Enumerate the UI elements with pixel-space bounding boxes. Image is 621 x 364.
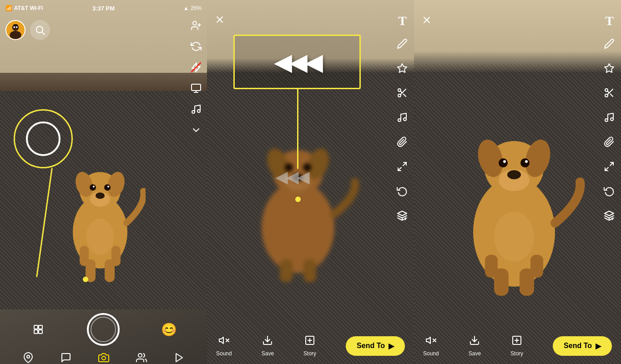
svg-marker-40 xyxy=(176,354,182,362)
view-add-layer-tool[interactable] xyxy=(602,208,616,223)
svg-marker-67 xyxy=(219,337,223,344)
svg-point-81 xyxy=(507,170,521,179)
crop-tool[interactable] xyxy=(395,159,409,174)
svg-point-39 xyxy=(138,354,142,357)
story-button[interactable]: Story xyxy=(303,335,316,357)
svg-line-7 xyxy=(42,32,45,35)
view-sound-icon xyxy=(425,335,436,349)
status-bar: 📶 AT&T Wi-Fi 3:37 PM ▲ 26% xyxy=(0,0,207,16)
svg-rect-51 xyxy=(280,259,293,282)
rewind-anchor-dot xyxy=(295,197,301,202)
view-pencil-tool[interactable] xyxy=(602,36,616,51)
save-icon xyxy=(262,335,273,349)
add-layer-tool[interactable] xyxy=(395,208,409,223)
svg-rect-31 xyxy=(111,246,121,266)
view-scissors-tool[interactable] xyxy=(602,86,616,100)
view-save-icon xyxy=(469,335,480,349)
nav-map[interactable] xyxy=(23,352,34,363)
view-send-to-label: Send To xyxy=(564,342,592,350)
svg-rect-36 xyxy=(39,330,42,334)
sound-button[interactable]: Sound xyxy=(216,335,232,357)
battery-area: ▲ 26% xyxy=(183,5,202,11)
svg-rect-13 xyxy=(192,84,201,91)
svg-line-58 xyxy=(400,91,402,93)
filter-button[interactable] xyxy=(191,83,202,94)
more-button[interactable] xyxy=(191,125,202,136)
flash-button[interactable] xyxy=(191,62,202,73)
svg-point-27 xyxy=(107,186,109,187)
view-text-button[interactable]: T xyxy=(605,14,614,28)
svg-point-90 xyxy=(494,212,534,262)
rewind-arrows: ◀◀◀ xyxy=(274,48,320,76)
svg-point-3 xyxy=(13,26,15,28)
edit-close-button[interactable] xyxy=(214,14,225,28)
shutter-button[interactable] xyxy=(87,313,120,346)
view-link-tool[interactable] xyxy=(602,135,616,149)
view-send-to-button[interactable]: Send To ▶ xyxy=(553,336,612,356)
svg-marker-63 xyxy=(398,211,407,216)
battery-text: 26% xyxy=(191,5,202,11)
view-close-button[interactable] xyxy=(421,15,432,27)
svg-point-82 xyxy=(499,158,508,167)
svg-rect-88 xyxy=(485,255,498,278)
view-story-icon xyxy=(511,335,522,349)
svg-point-4 xyxy=(16,26,18,28)
svg-point-97 xyxy=(605,119,608,121)
svg-point-32 xyxy=(86,218,114,255)
pencil-tool[interactable] xyxy=(395,36,409,51)
svg-point-17 xyxy=(197,110,200,112)
view-save-button[interactable]: Save xyxy=(469,335,481,357)
focus-circle xyxy=(14,109,73,168)
view-sound-label: Sound xyxy=(423,350,439,357)
emoji-button[interactable]: 😊 xyxy=(160,320,178,339)
view-sticker-tool[interactable] xyxy=(602,61,616,76)
edit-top-bar: T xyxy=(207,0,414,32)
flip-camera-button[interactable] xyxy=(191,41,202,52)
music-tool[interactable] xyxy=(395,110,409,125)
view-story-label: Story xyxy=(510,350,523,357)
svg-point-24 xyxy=(90,184,96,191)
svg-point-23 xyxy=(96,192,105,199)
view-timer-tool[interactable] xyxy=(602,184,616,198)
edit-text-button[interactable]: T xyxy=(398,14,407,28)
svg-point-2 xyxy=(10,31,21,39)
svg-point-59 xyxy=(398,119,401,121)
search-button[interactable] xyxy=(30,20,50,40)
view-crop-tool[interactable] xyxy=(602,159,616,174)
edit-bottom-bar: Sound Save Story Send xyxy=(207,328,414,364)
svg-marker-105 xyxy=(426,337,430,344)
nav-friends[interactable] xyxy=(136,352,147,363)
nav-camera[interactable] xyxy=(98,352,109,363)
send-to-arrow: ▶ xyxy=(389,342,394,350)
story-label: Story xyxy=(303,350,316,357)
svg-point-16 xyxy=(192,111,195,113)
shutter-row: 😊 xyxy=(0,309,207,349)
sound-icon xyxy=(218,335,229,349)
timer-tool[interactable] xyxy=(395,184,409,198)
carrier-text: 📶 AT&T Wi-Fi xyxy=(5,5,43,11)
svg-point-26 xyxy=(93,186,95,187)
save-button[interactable]: Save xyxy=(262,335,274,357)
user-avatar[interactable] xyxy=(5,20,25,40)
dog-subject-view xyxy=(441,91,587,305)
camera-panel: 📶 AT&T Wi-Fi 3:37 PM ▲ 26% xyxy=(0,0,207,364)
add-friend-button[interactable] xyxy=(191,20,202,31)
view-story-button[interactable]: Story xyxy=(510,335,523,357)
nav-chat[interactable] xyxy=(61,352,71,363)
music-button[interactable] xyxy=(191,104,202,115)
rewind-sticker-box[interactable]: ◀◀◀ xyxy=(233,35,361,89)
dog-subject xyxy=(55,132,146,291)
send-to-button[interactable]: Send To ▶ xyxy=(346,336,405,356)
memories-button[interactable] xyxy=(29,320,47,339)
svg-marker-91 xyxy=(605,64,614,72)
scissors-tool[interactable] xyxy=(395,86,409,100)
svg-rect-34 xyxy=(39,325,42,329)
svg-line-100 xyxy=(605,167,608,171)
svg-point-25 xyxy=(104,184,111,191)
svg-line-57 xyxy=(403,94,406,96)
nav-stories[interactable] xyxy=(174,352,185,363)
view-music-tool[interactable] xyxy=(602,110,616,125)
link-tool[interactable] xyxy=(395,135,409,149)
sticker-tool[interactable] xyxy=(395,61,409,76)
view-sound-button[interactable]: Sound xyxy=(423,335,439,357)
